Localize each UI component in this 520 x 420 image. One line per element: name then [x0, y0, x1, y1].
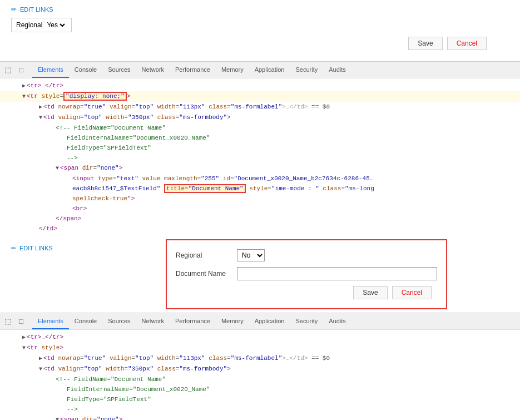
b-code-line-3: ▶<td nowrap="true" valign="top" width="1… [0, 353, 520, 364]
tab-performance-bottom[interactable]: Performance [170, 313, 216, 329]
mid-cancel-button[interactable]: Cancel [392, 286, 432, 299]
devtools-bottom-panel: ⬚ □ Elements Console Sources Network Per… [0, 313, 520, 420]
tab-sources-top[interactable]: Sources [102, 62, 136, 78]
mid-regional-label: Regional [176, 251, 231, 259]
pencil-icon-mid: ✏ [11, 245, 16, 252]
code-line-15: </td> [0, 224, 520, 234]
code-line-10: <input type="text" value maxlength="255"… [0, 174, 520, 184]
mid-save-button[interactable]: Save [353, 286, 387, 299]
code-line-4: ▼<td valign="top" width="350px" class="m… [0, 112, 520, 123]
code-line-7: FieldType="SPFieldText" [0, 143, 520, 153]
mid-docname-label: Document Name [176, 270, 231, 278]
box-icon-top[interactable]: □ [16, 65, 27, 76]
code-line-2: ▼<tr style="display: none;"> [0, 91, 520, 102]
devtools-tabs-top: Elements Console Sources Network Perform… [32, 62, 351, 78]
tab-elements-top[interactable]: Elements [32, 62, 69, 78]
devtools-top-code: ▶<tr>…</tr> ▼<tr style="display: none;">… [0, 78, 520, 236]
code-line-9: ▼<span dir="none"> [0, 163, 520, 174]
mid-form-buttons: Save Cancel [176, 286, 437, 299]
devtools-tabs-bottom: Elements Console Sources Network Perform… [32, 313, 351, 329]
b-code-line-9: ▼<span dir="none"> [0, 414, 520, 420]
devtools-toolbar-icons-bottom: ⬚ □ [2, 316, 27, 327]
code-line-5: <!-- FieldName="Document Name" [0, 123, 520, 133]
mid-form-docname-row: Document Name [176, 267, 437, 280]
code-line-1: ▶<tr>…</tr> [0, 81, 520, 91]
cursor-icon-bottom[interactable]: ⬚ [2, 316, 13, 327]
b-code-line-4: ▼<td valign="top" width="350px" class="m… [0, 364, 520, 374]
b-code-line-5: <!-- FieldName="Document Name" [0, 374, 520, 384]
top-form-box: Regional Yes No [11, 18, 72, 32]
tab-sources-bottom[interactable]: Sources [102, 313, 136, 329]
code-line-13: <br> [0, 204, 520, 214]
mid-regional-select[interactable]: No Yes [237, 249, 265, 261]
b-code-line-6: FieldInternalName="Document_x0020_Name" [0, 384, 520, 394]
tab-application-bottom[interactable]: Application [249, 313, 290, 329]
code-line-3: ▶<td nowrap="true" valign="top" width="1… [0, 102, 520, 112]
tab-security-top[interactable]: Security [290, 62, 323, 78]
tab-elements-bottom[interactable]: Elements [32, 313, 69, 329]
pencil-icon-top: ✏ [11, 6, 17, 13]
top-buttons: Save Cancel [11, 37, 509, 50]
tab-memory-bottom[interactable]: Memory [216, 313, 249, 329]
edit-links-label-top: EDIT LINKS [20, 6, 53, 13]
tab-audits-top[interactable]: Audits [323, 62, 351, 78]
box-icon-bottom[interactable]: □ [16, 316, 27, 327]
code-line-8: --> [0, 153, 520, 163]
tab-console-top[interactable]: Console [69, 62, 102, 78]
devtools-toolbar-icons-top: ⬚ □ [2, 65, 27, 76]
top-edit-links[interactable]: ✏ EDIT LINKS [11, 6, 509, 13]
b-code-line-1: ▶<tr>…</tr> [0, 332, 520, 343]
tab-memory-top[interactable]: Memory [216, 62, 249, 78]
tab-application-top[interactable]: Application [249, 62, 290, 78]
top-save-button[interactable]: Save [408, 37, 442, 50]
tab-network-top[interactable]: Network [136, 62, 170, 78]
middle-form-area: ✏ EDIT LINKS Regional No Yes Document Na… [0, 236, 520, 313]
tab-audits-bottom[interactable]: Audits [323, 313, 351, 329]
cursor-icon-top[interactable]: ⬚ [2, 65, 13, 76]
devtools-top-panel: ⬚ □ Elements Console Sources Network Per… [0, 61, 520, 236]
top-regional-label: Regional [16, 21, 42, 29]
mid-form-container: Regional No Yes Document Name Save Cance… [166, 239, 447, 309]
code-line-14: </span> [0, 214, 520, 224]
devtools-bottom-code: ▶<tr>…</tr> ▼<tr style> ▶<td nowrap="tru… [0, 330, 520, 420]
devtools-bottom-toolbar: ⬚ □ Elements Console Sources Network Per… [0, 313, 520, 330]
b-code-line-2: ▼<tr style> [0, 343, 520, 353]
edit-links-label-mid: EDIT LINKS [19, 245, 53, 251]
top-cancel-button[interactable]: Cancel [447, 37, 487, 50]
code-line-11: eacb8b8c1547_$TextField" title="Document… [0, 184, 520, 194]
tab-security-bottom[interactable]: Security [290, 313, 323, 329]
b-code-line-8: --> [0, 404, 520, 414]
mid-docname-input[interactable] [237, 267, 437, 280]
tab-console-bottom[interactable]: Console [69, 313, 102, 329]
top-regional-select[interactable]: Yes No [44, 21, 67, 29]
tab-performance-top[interactable]: Performance [170, 62, 216, 78]
code-line-6: FieldInternalName="Document_x0020_Name" [0, 133, 520, 143]
top-form-row: Regional Yes No [11, 18, 509, 32]
b-code-line-7: FieldType="SPFieldText" [0, 394, 520, 404]
top-form-area: ✏ EDIT LINKS Regional Yes No Save Cancel [0, 0, 520, 61]
mid-edit-links[interactable]: ✏ EDIT LINKS [11, 239, 67, 252]
mid-form-regional-row: Regional No Yes [176, 249, 437, 261]
tab-network-bottom[interactable]: Network [136, 313, 170, 329]
code-line-12: spellcheck-true"> [0, 194, 520, 204]
devtools-top-toolbar: ⬚ □ Elements Console Sources Network Per… [0, 62, 520, 78]
